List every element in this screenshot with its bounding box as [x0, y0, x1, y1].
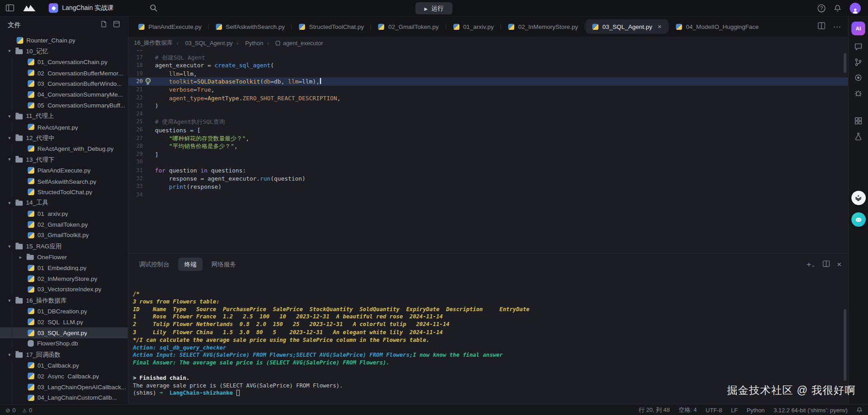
code-line[interactable]: 32 response = agent_executor.run(questio… — [128, 174, 848, 182]
code-line[interactable]: 28 "平均销售价格是多少？", — [128, 142, 848, 150]
code-line[interactable]: 20 toolkit=SQLDatabaseToolkit(db=db, llm… — [128, 78, 848, 86]
terminal-scrollbar[interactable] — [844, 309, 846, 381]
status-item[interactable]: 行 20, 列 48 — [639, 406, 670, 414]
editor-tab[interactable]: StructedToolChat.py — [292, 19, 371, 34]
tree-item[interactable]: 01_ConversationChain.py — [0, 56, 128, 67]
breadcrumb-item[interactable]: agent_executor — [263, 40, 323, 47]
user-avatar[interactable] — [850, 3, 861, 14]
tree-item[interactable]: 01_DBCreation.py — [0, 306, 128, 317]
tree-item[interactable]: Rounter_Chain.py — [0, 35, 128, 46]
help-button[interactable] — [818, 4, 826, 12]
debug-button[interactable] — [854, 89, 862, 97]
code-line[interactable]: 22 agent_type=AgentType.ZERO_SHOT_REACT_… — [128, 94, 848, 102]
extensions-button[interactable] — [854, 117, 862, 125]
lightbulb-icon[interactable] — [145, 78, 151, 85]
breadcrumb-item[interactable]: Python — [233, 40, 264, 47]
run-button[interactable]: 运行 — [415, 2, 453, 14]
tree-item[interactable]: 13_代理下 — [0, 154, 128, 165]
status-item[interactable]: 空格: 4 — [679, 406, 697, 414]
tree-item[interactable]: SelfAskwithSearch.py — [0, 176, 128, 187]
editor-tab[interactable]: PlanAndExecute.py — [132, 19, 208, 34]
tree-item[interactable]: 03_GmailToolkit.py — [0, 230, 128, 241]
code-line[interactable]: 29] — [128, 150, 848, 159]
code-line[interactable]: 21 verbose=True, — [128, 86, 848, 94]
editor-tab[interactable]: 03_SQL_Agent.py — [586, 19, 668, 34]
tree-item[interactable]: 03_SQL_Agent.py — [0, 327, 128, 338]
split-terminal-button[interactable] — [822, 259, 830, 269]
ai-assistant-button[interactable]: AI — [851, 22, 865, 36]
code-line[interactable]: 16 — [128, 50, 848, 53]
status-item[interactable]: Python — [746, 407, 764, 414]
editor-tab[interactable]: 02_InMemoryStore.py — [501, 19, 585, 34]
editor-tab[interactable]: 02_GmailToken.py — [372, 19, 445, 34]
tree-item[interactable]: 01_arxiv.py — [0, 208, 128, 219]
target-button[interactable] — [854, 74, 862, 82]
code-editor[interactable]: 1617# 创建SQL Agent18agent_executor = crea… — [128, 50, 848, 253]
code-line[interactable]: 27 "哪种鲜花的存货数量最少？", — [128, 134, 848, 142]
tree-item[interactable]: 03_LangChainOpenAICallback... — [0, 382, 128, 392]
problem-counter[interactable]: 0 — [22, 407, 32, 414]
tree-item[interactable]: OneFlower — [0, 252, 128, 262]
open-editors-button[interactable] — [113, 20, 120, 30]
new-file-button[interactable] — [100, 20, 108, 30]
chat-button[interactable] — [854, 42, 862, 51]
tree-item[interactable]: 11_代理上 — [0, 111, 128, 121]
tree-item[interactable]: FlowerShop.db — [0, 338, 128, 349]
tree-item[interactable]: StructedToolChat.py — [0, 187, 128, 197]
editor-tab[interactable]: SelfAskwithSearch.py — [209, 19, 292, 34]
tree-item[interactable]: ReActAgent_with_Debug.py — [0, 143, 128, 154]
panel-tab[interactable]: 网络服务 — [205, 258, 242, 271]
status-item[interactable]: LF — [731, 407, 738, 414]
status-item[interactable]: UTF-8 — [706, 407, 722, 414]
close-panel-button[interactable] — [837, 259, 841, 269]
code-line[interactable]: 25# 使用Agent执行SQL查询 — [128, 118, 848, 126]
panel-tab[interactable]: 终端 — [178, 258, 203, 271]
tree-item[interactable]: 03_ConversationBufferWindo... — [0, 78, 128, 89]
tree-item[interactable]: 12_代理中 — [0, 132, 128, 143]
tree-item[interactable]: 04_ConversationSummaryMe... — [0, 89, 128, 100]
editor-tab[interactable]: 04_ModelIO_HuggingFace — [670, 19, 765, 34]
statusbar-bell-button[interactable] — [856, 406, 862, 414]
code-line[interactable]: 30 — [128, 159, 848, 167]
tree-item[interactable]: 02_SQL_LLM.py — [0, 317, 128, 327]
more-actions-button[interactable] — [833, 22, 841, 32]
tree-item[interactable]: 04_LangChainCustomCallb... — [0, 392, 128, 403]
tree-item[interactable]: ReActAgent.py — [0, 121, 128, 132]
assistant-bot-button[interactable] — [851, 212, 866, 227]
tree-item[interactable]: 17_回调函数 — [0, 349, 128, 360]
breadcrumb-item[interactable]: 03_SQL_Agent.py — [173, 40, 233, 47]
tab-close-icon[interactable] — [658, 23, 662, 30]
workspace-switcher[interactable]: LangChain 实战课 — [44, 2, 118, 14]
tree-item[interactable]: 15_RAG应用 — [0, 241, 128, 252]
tree-item[interactable]: 05_ConversationSummaryBuff... — [0, 100, 128, 111]
code-line[interactable]: 31for question in questions: — [128, 166, 848, 174]
code-line[interactable]: 33 print(response) — [128, 182, 848, 191]
search-button[interactable] — [150, 4, 158, 12]
panel-tab[interactable]: 调试控制台 — [133, 258, 175, 271]
tree-item[interactable]: 01_Embedding.py — [0, 262, 128, 273]
tree-item[interactable]: 10_记忆 — [0, 46, 128, 56]
split-editor-button[interactable] — [818, 22, 826, 32]
tree-item[interactable]: 01_Callback.py — [0, 360, 128, 371]
code-line[interactable]: 19 llm=llm, — [128, 70, 848, 78]
code-line[interactable]: 23) — [128, 102, 848, 110]
tree-item[interactable]: 03_VectorstoreIndex.py — [0, 284, 128, 295]
sidebar-toggle-button[interactable] — [5, 5, 14, 12]
problem-counter[interactable]: 0 — [5, 407, 15, 414]
editor-tab[interactable]: 01_arxiv.py — [447, 19, 500, 34]
code-line[interactable]: 18agent_executor = create_sql_agent( — [128, 61, 848, 70]
juejin-float-button[interactable] — [851, 191, 866, 205]
code-line[interactable]: 17# 创建SQL Agent — [128, 53, 848, 61]
status-item[interactable]: 3.12.2 64-bit ('shims': pyenv) — [774, 407, 848, 414]
branch-button[interactable] — [854, 58, 862, 66]
code-line[interactable]: 34 — [128, 191, 848, 199]
breadcrumb-item[interactable]: 16_操作数据库 — [134, 39, 173, 47]
code-line[interactable]: 26questions = [ — [128, 126, 848, 134]
tree-item[interactable]: 02_InMemoryStore.py — [0, 273, 128, 284]
tree-item[interactable]: 02_Async_Callback.py — [0, 371, 128, 382]
tree-item[interactable]: 14_工具 — [0, 197, 128, 208]
code-line[interactable]: 24 — [128, 110, 848, 118]
editor-scrollbar[interactable] — [844, 53, 846, 73]
tree-item[interactable]: 16_操作数据库 — [0, 295, 128, 306]
tree-item[interactable]: 02_ConversationBufferMemor... — [0, 67, 128, 78]
